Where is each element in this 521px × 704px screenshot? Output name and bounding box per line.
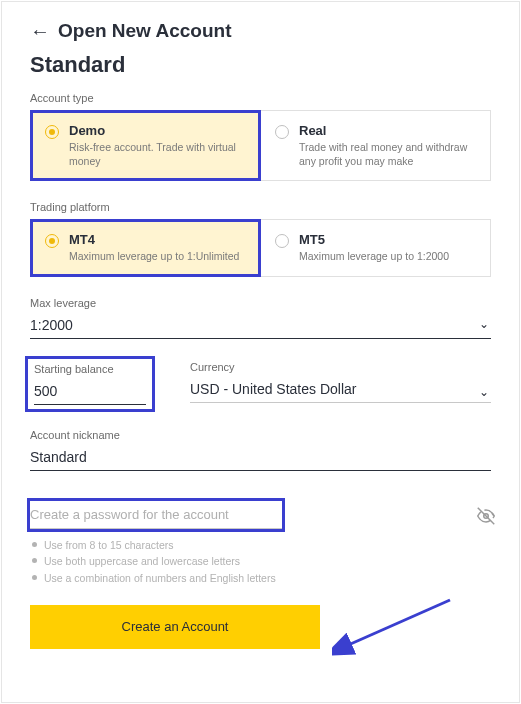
option-title: MT5 [299, 232, 476, 247]
option-desc: Maximum leverage up to 1:Unlimited [69, 249, 246, 263]
radio-icon [275, 234, 289, 248]
starting-balance-input[interactable] [34, 379, 146, 405]
card-content: MT4 Maximum leverage up to 1:Unlimited [69, 232, 246, 263]
platform-mt4[interactable]: MT4 Maximum leverage up to 1:Unlimited [31, 220, 260, 275]
password-section: Use from 8 to 15 characters Use both upp… [30, 501, 491, 587]
password-hint: Use a combination of numbers and English… [30, 570, 491, 587]
platform-mt5[interactable]: MT5 Maximum leverage up to 1:2000 [260, 220, 490, 275]
radio-icon [45, 234, 59, 248]
option-desc: Maximum leverage up to 1:2000 [299, 249, 476, 263]
password-hints: Use from 8 to 15 characters Use both upp… [30, 537, 491, 587]
field-label: Currency [190, 361, 491, 373]
currency-field[interactable]: Currency ⌄ [190, 361, 491, 407]
option-title: Real [299, 123, 476, 138]
nickname-input[interactable] [30, 445, 491, 471]
option-title: MT4 [69, 232, 246, 247]
option-title: Demo [69, 123, 246, 138]
nickname-field[interactable]: Account nickname [30, 429, 491, 471]
password-field[interactable] [30, 501, 282, 529]
trading-platform-options: MT4 Maximum leverage up to 1:Unlimited M… [30, 219, 491, 276]
account-type-options: Demo Risk-free account. Trade with virtu… [30, 110, 491, 181]
create-account-button[interactable]: Create an Account [30, 605, 320, 649]
option-desc: Trade with real money and withdraw any p… [299, 140, 476, 168]
svg-line-3 [346, 600, 450, 646]
radio-icon [275, 125, 289, 139]
eye-off-icon[interactable] [477, 507, 495, 529]
card-content: Real Trade with real money and withdraw … [299, 123, 476, 168]
radio-icon [45, 125, 59, 139]
open-account-panel: ← Open New Account Standard Account type… [1, 1, 520, 703]
password-hint: Use from 8 to 15 characters [30, 537, 491, 554]
max-leverage-input[interactable] [30, 313, 491, 339]
starting-balance-field[interactable]: Starting balance [30, 361, 150, 407]
page-title: Open New Account [58, 20, 231, 42]
annotation-arrow-icon [332, 594, 462, 664]
balance-currency-row: Starting balance Currency ⌄ [30, 361, 491, 407]
option-desc: Risk-free account. Trade with virtual mo… [69, 140, 246, 168]
trading-platform-label: Trading platform [30, 201, 491, 213]
card-content: MT5 Maximum leverage up to 1:2000 [299, 232, 476, 263]
header-row: ← Open New Account [30, 20, 491, 42]
account-type-demo[interactable]: Demo Risk-free account. Trade with virtu… [31, 111, 260, 180]
field-label: Starting balance [34, 363, 146, 375]
password-input[interactable] [30, 501, 282, 529]
field-label: Max leverage [30, 297, 491, 309]
account-type-real[interactable]: Real Trade with real money and withdraw … [260, 111, 490, 180]
currency-input[interactable] [190, 377, 491, 403]
password-hint: Use both uppercase and lowercase letters [30, 553, 491, 570]
field-label: Account nickname [30, 429, 491, 441]
account-type-label: Account type [30, 92, 491, 104]
account-class-subtitle: Standard [30, 52, 491, 78]
back-arrow-icon[interactable]: ← [30, 21, 50, 41]
card-content: Demo Risk-free account. Trade with virtu… [69, 123, 246, 168]
max-leverage-field[interactable]: Max leverage ⌄ [30, 297, 491, 339]
